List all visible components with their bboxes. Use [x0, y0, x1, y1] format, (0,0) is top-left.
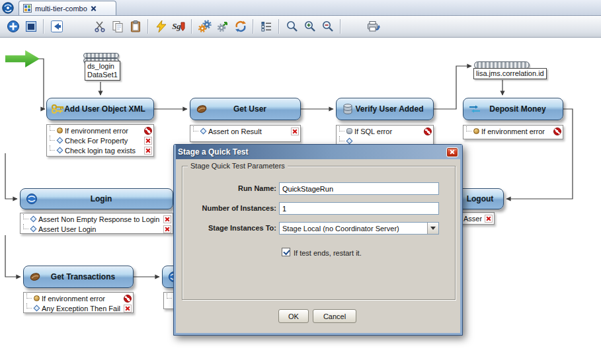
service-arrows-icon: [467, 103, 482, 115]
app-logo-icon: [2, 2, 14, 14]
assert-diamond-icon: [30, 216, 37, 223]
ok-button[interactable]: OK: [278, 309, 309, 323]
bean-icon: [28, 271, 42, 283]
tree-connector: [26, 303, 32, 309]
assertion-row[interactable]: Check login tag exists: [48, 145, 152, 155]
database-icon: [341, 103, 355, 115]
dataset-label-jms-correlation[interactable]: lisa.jms.correlation.id: [473, 68, 547, 79]
app-window: { "tabbar": { "active_tab": "multi-tier-…: [0, 0, 601, 364]
cancel-button[interactable]: Cancel: [313, 309, 356, 323]
panel-icon: [24, 20, 38, 33]
dialog-title: Stage a Quick Test: [178, 147, 446, 157]
assertion-row[interactable]: If environment error: [25, 293, 132, 303]
toolbar-separator: [340, 19, 341, 34]
toolbar-separator: [147, 19, 149, 34]
node-get-user[interactable]: Get User: [190, 98, 301, 120]
tree-connector: [339, 136, 344, 141]
node-add-user-object-xml[interactable]: Add User Object XML: [46, 98, 154, 120]
node-deposit-money[interactable]: Deposit Money: [463, 98, 563, 120]
stage-quick-test-dialog: Stage a Quick Test Stage Quick Test Para…: [173, 144, 463, 336]
assertion-label: Assert42: [463, 215, 482, 223]
assertion-row[interactable]: Assert Non Empty Response to Login: [22, 214, 171, 224]
assertion-label: Assert Non Empty Response to Login: [38, 215, 161, 223]
tree-connector: [26, 293, 32, 299]
node-title: Login: [20, 194, 173, 203]
dialog-close-icon[interactable]: [446, 147, 458, 157]
zoom-out-button[interactable]: [319, 18, 337, 35]
assertion-row[interactable]: If SQL error: [338, 126, 432, 136]
tree-connector: [50, 145, 55, 151]
assertion-row[interactable]: If environment error: [48, 126, 152, 135]
back-button[interactable]: [48, 18, 65, 35]
restart-checkbox[interactable]: [282, 248, 290, 256]
assert-diamond-icon: [346, 138, 353, 145]
pencil-icon: [180, 22, 186, 31]
assert-diamond-icon: [30, 226, 37, 233]
assertion-row[interactable]: Check For Property: [48, 135, 152, 145]
filter-icon: [57, 127, 63, 133]
tree-connector: [23, 224, 28, 229]
deploy-button[interactable]: [214, 18, 231, 35]
model-doc-icon: [23, 4, 32, 13]
assertion-row[interactable]: Assert on Result: [192, 126, 299, 136]
run-button[interactable]: [152, 18, 170, 35]
export-button[interactable]: [364, 18, 382, 35]
tab-multi-tier-combo[interactable]: multi-tier-combo: [19, 1, 116, 15]
web-sphere-icon: [24, 193, 39, 205]
assertion-box: If SQL error: [336, 125, 434, 145]
magnifier-minus-icon: [321, 20, 335, 33]
assertion-box: If environment error Check For Property …: [46, 124, 154, 157]
outline-button[interactable]: [257, 18, 275, 35]
assertion-label: Check For Property: [65, 137, 141, 145]
assertion-row[interactable]: Any Exception Then Fail: [25, 303, 132, 313]
assertion-box: If environment error Any Exception Then …: [23, 292, 134, 313]
assertion-row[interactable]: If environment error: [465, 126, 561, 136]
settings-button[interactable]: [196, 18, 214, 35]
cut-button[interactable]: [91, 18, 108, 35]
toolbar-separator: [278, 19, 280, 34]
instances-label: Number of Instances:: [184, 204, 276, 212]
run-name-input[interactable]: [279, 182, 439, 195]
fail-x-icon: [163, 225, 171, 233]
dropdown-arrow-button[interactable]: [427, 223, 438, 234]
node-login[interactable]: Login: [20, 188, 173, 209]
paste-button[interactable]: [126, 18, 144, 35]
panel-button[interactable]: [22, 18, 40, 35]
staging-editor-button[interactable]: Sg: [170, 18, 188, 35]
dialog-title-bar[interactable]: Stage a Quick Test: [174, 145, 462, 159]
db-mini-icon: [346, 128, 352, 134]
tab-close-icon[interactable]: [91, 5, 97, 11]
assertion-label: If environment error: [65, 127, 141, 135]
scissors-icon: [93, 20, 106, 33]
assertion-label: Any Exception Then Fail: [42, 305, 121, 312]
chevron-down-icon: [430, 227, 436, 230]
fail-x-icon: [163, 215, 171, 223]
tree-connector: [466, 126, 471, 131]
instances-input[interactable]: [279, 202, 439, 215]
back-arrow-icon: [50, 20, 63, 33]
refresh-button[interactable]: [231, 18, 249, 35]
group-title: Stage Quick Test Parameters: [188, 162, 288, 170]
fail-x-icon: [124, 305, 132, 312]
plus-circle-icon: [7, 20, 20, 33]
add-step-button[interactable]: [4, 18, 22, 35]
copy-button[interactable]: [108, 18, 126, 35]
magnifier-plus-icon: [303, 20, 317, 33]
dataset-label-ds-login[interactable]: ds_login DataSet1: [85, 61, 120, 81]
tree-connector: [50, 135, 55, 141]
node-get-transactions[interactable]: Get Transactions: [23, 266, 134, 288]
restart-checkbox-label: If test ends, restart it.: [294, 249, 362, 257]
tree-connector: [167, 293, 172, 299]
assertion-row[interactable]: Assert User Login: [22, 224, 171, 234]
stage-to-dropdown[interactable]: Stage Local (no Coordinator Server): [279, 222, 439, 235]
assert-diamond-icon: [57, 147, 63, 154]
zoom-button[interactable]: [283, 18, 301, 35]
zoom-in-button[interactable]: [301, 18, 319, 35]
node-verify-user-added[interactable]: Verify User Added: [336, 98, 434, 120]
fail-x-icon: [144, 147, 152, 155]
dataset-coil-icon[interactable]: [83, 53, 119, 58]
bean-icon: [194, 103, 209, 115]
outline-list-icon: [260, 20, 273, 33]
dropdown-selected-value: Stage Local (no Coordinator Server): [280, 225, 427, 233]
main-toolbar: Sg: [0, 16, 601, 38]
